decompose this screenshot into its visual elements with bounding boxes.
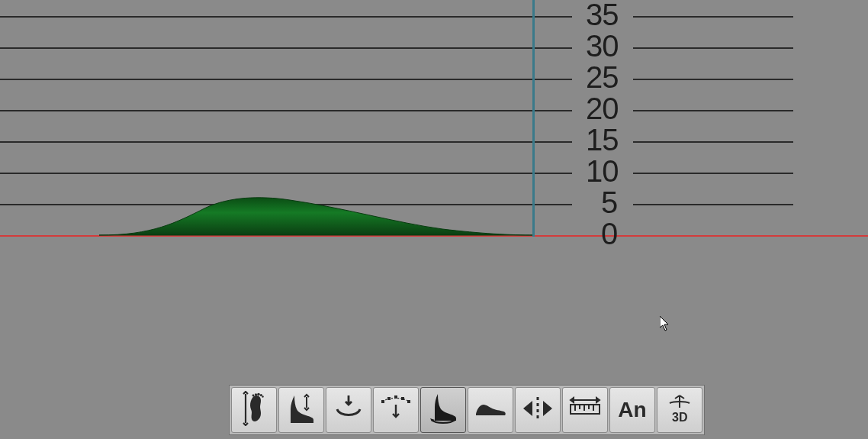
svg-rect-8: [401, 397, 404, 400]
shoe-icon: [473, 391, 508, 429]
edit-points-icon: [378, 391, 413, 429]
svg-rect-7: [394, 395, 397, 399]
svg-rect-5: [381, 400, 384, 403]
ankle-icon: [284, 391, 319, 429]
svg-point-2: [257, 393, 260, 396]
view-3d-button[interactable]: 3D: [657, 387, 702, 433]
svg-rect-12: [537, 409, 539, 412]
profile-chart[interactable]: 35 30 25 20 15 10 5 0: [0, 0, 868, 439]
rotate-heel-icon: [426, 391, 461, 429]
edit-points-button[interactable]: [373, 387, 419, 433]
svg-point-3: [260, 394, 262, 396]
annotate-button[interactable]: An: [609, 387, 655, 433]
rotate-heel-button[interactable]: [420, 387, 466, 433]
viewport: 35 30 25 20 15 10 5 0: [0, 0, 868, 439]
foot-length-icon: [236, 391, 272, 429]
mirror-icon: [520, 391, 555, 429]
heel-cup-button[interactable]: [326, 387, 371, 433]
position-marker-line[interactable]: [532, 0, 535, 237]
insole-profile-curve: [0, 0, 868, 439]
mirror-button[interactable]: [515, 387, 561, 433]
ankle-profile-button[interactable]: [278, 387, 324, 433]
svg-rect-13: [537, 415, 539, 418]
svg-rect-6: [387, 397, 391, 400]
view-3d-icon: 3D: [662, 391, 697, 429]
svg-point-0: [252, 395, 255, 397]
cursor-icon: [660, 316, 670, 331]
heel-cup-icon: [331, 391, 366, 429]
foot-length-button[interactable]: [231, 387, 277, 433]
svg-rect-11: [537, 403, 539, 406]
ruler-icon: [567, 391, 603, 429]
svg-rect-10: [537, 397, 539, 400]
svg-point-4: [262, 395, 263, 397]
svg-rect-9: [407, 400, 410, 403]
svg-text:3D: 3D: [672, 411, 687, 424]
shoe-shape-button[interactable]: [468, 387, 513, 433]
toolbar: An 3D: [229, 385, 705, 435]
measure-button[interactable]: [562, 387, 608, 433]
annotate-icon: An: [618, 398, 646, 422]
svg-point-1: [255, 393, 257, 395]
